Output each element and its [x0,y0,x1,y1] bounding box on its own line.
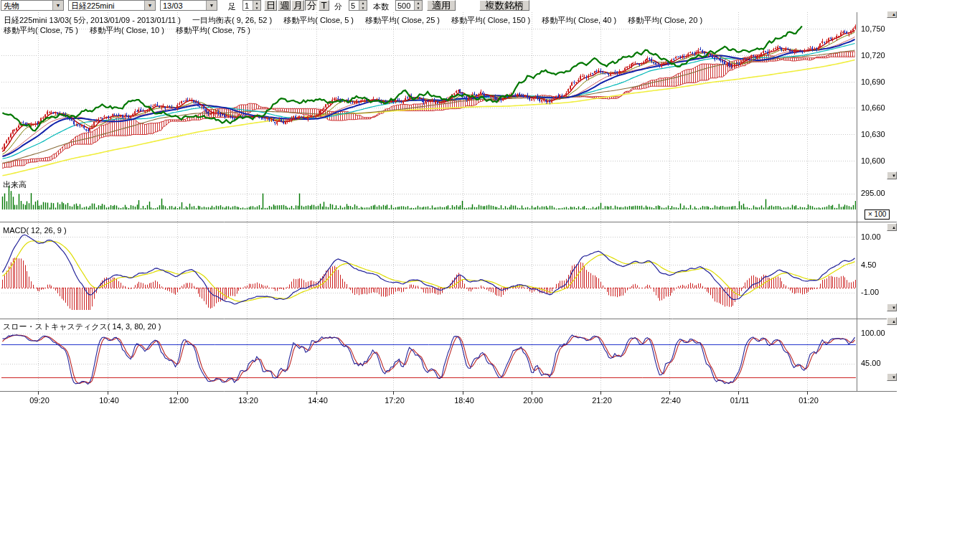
minute-count-value: 5 [349,1,359,10]
contract-month-value: 13/03 [161,1,206,10]
price-axis-label: 10,630 [861,130,885,138]
price-axis-label: 10,720 [861,51,885,60]
time-axis-label: 01/11 [724,396,755,405]
time-axis-label: 17:20 [379,396,410,405]
legend-ma10: 移動平均( Close, 10 ) [90,25,164,36]
legend-ichimoku: 一目均衡表( 9, 26, 52 ) [192,15,272,26]
price-axis-label: 10,690 [861,77,885,86]
price-pane-scroll-down-button[interactable]: ▼ [887,171,897,179]
macd-axis-label: -1.00 [861,288,879,296]
time-axis-label: 01:20 [793,396,824,405]
dropdown-arrow-icon[interactable]: ▼ [144,1,155,10]
minute-count-spinner[interactable]: 5 ▲▼ [349,0,367,11]
time-axis-label: 14:40 [302,396,334,405]
multi-symbol-button[interactable]: 複数銘柄 [479,0,529,11]
spinner-arrows-icon[interactable]: ▲▼ [414,1,422,10]
apply-button[interactable]: 適用 [427,0,456,11]
spinner-arrows-icon[interactable]: ▲▼ [253,1,260,10]
stoch-pane-scroll-down-button[interactable]: ▼ [887,373,897,381]
stoch-pane-scroll-up-button[interactable]: ▲ [887,317,897,325]
bar-count-spinner[interactable]: 500 ▲▼ [395,0,423,11]
interval-spinner[interactable]: 1 ▲▼ [242,0,261,11]
macd-panel-label: MACD( 12, 26, 9 ) [3,226,67,235]
stoch-axis-label: 45.00 [861,359,881,367]
bar-count-label: 本数 [373,1,389,12]
period-day-button[interactable]: 日 [264,0,277,11]
time-axis-label: 20:00 [517,396,549,405]
bar-type-label: 足 [228,1,236,12]
symbol-select[interactable]: 日経225mini ▼ [68,0,156,11]
legend-ma5: 移動平均( Close, 5 ) [283,15,354,26]
legend-ma75b: 移動平均( Close, 75 ) [176,25,250,36]
period-week-button[interactable]: 週 [278,0,291,11]
legend-ma150: 移動平均( Close, 150 ) [451,15,530,26]
volume-panel-label: 出来高 [3,179,27,190]
price-axis-label: 10,750 [861,24,885,33]
contract-month-select[interactable]: 13/03 ▼ [160,0,217,11]
time-axis-label: 09:20 [24,396,55,405]
price-axis-label: 10,600 [861,156,885,165]
legend-ma25: 移動平均( Close, 25 ) [365,15,440,26]
macd-axis-label: 10.00 [861,232,881,241]
legend-ma40: 移動平均( Close, 40 ) [542,15,616,26]
legend-line-2: 移動平均( Close, 75 ) 移動平均( Close, 10 ) 移動平均… [4,25,260,36]
minute-unit-label: 分 [334,1,342,12]
market-select[interactable]: 先物 ▼ [1,0,64,11]
interval-value: 1 [243,1,253,10]
time-axis-label: 13:20 [232,396,264,405]
period-minute-button[interactable]: 分 [305,0,318,11]
time-axis-label: 18:40 [448,396,480,405]
chart-application-window: { "toolbar": { "market_value": "先物", "sy… [0,0,980,551]
legend-line-1: 日経225mini 13/03( 5分, 2013/01/09 - 2013/0… [4,15,712,26]
spinner-arrows-icon[interactable]: ▲▼ [359,1,367,10]
market-select-value: 先物 [1,1,52,10]
legend-ma75: 移動平均( Close, 75 ) [4,25,78,36]
dropdown-arrow-icon[interactable]: ▼ [206,1,217,10]
time-axis-label: 12:00 [163,396,194,405]
dropdown-arrow-icon[interactable]: ▼ [52,1,63,10]
macd-pane-scroll-down-button[interactable]: ▼ [887,303,897,311]
volume-multiplier-badge: × 100 [864,209,890,220]
time-axis-label: 10:40 [93,396,125,405]
symbol-select-value: 日経225mini [69,1,144,10]
main-toolbar: 先物 ▼ 日経225mini ▼ 13/03 ▼ 足 1 ▲▼ 日 週 月 分 … [0,0,980,11]
bar-count-value: 500 [396,1,414,10]
chart-canvas[interactable] [0,0,980,551]
macd-pane-scroll-up-button[interactable]: ▲ [887,223,897,231]
period-tick-button[interactable]: T [319,0,329,11]
time-axis-label: 22:40 [655,396,687,405]
legend-title: 日経225mini 13/03( 5分, 2013/01/09 - 2013/0… [4,15,181,26]
macd-axis-label: 4.50 [861,260,876,269]
stochastics-panel-label: スロー・ストキャスティクス( 14, 3, 80, 20 ) [3,321,161,332]
legend-ma20: 移動平均( Close, 20 ) [628,15,702,26]
stoch-axis-label: 100.00 [861,329,885,337]
volume-axis-label: 295.00 [861,189,885,197]
price-axis-label: 10,660 [861,103,885,112]
period-month-button[interactable]: 月 [291,0,304,11]
time-axis-label: 21:20 [586,396,618,405]
